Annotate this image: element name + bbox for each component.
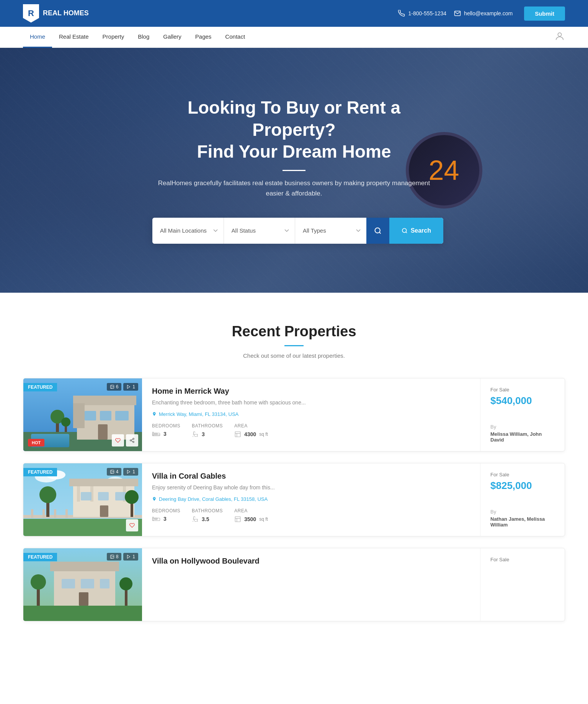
svg-line-24	[131, 441, 133, 442]
property-stats: Bedrooms 3 Bathrooms	[152, 423, 470, 438]
photos-count: 6	[107, 383, 122, 391]
nav-item-contact[interactable]: Contact	[218, 27, 252, 48]
svg-rect-12	[115, 411, 129, 420]
svg-point-80	[119, 577, 132, 590]
phone-number: 1-800-555-1234	[408, 10, 446, 16]
photos-count: 8	[107, 553, 122, 561]
agent-name: Nathan James, Melissa William	[490, 516, 555, 528]
svg-rect-11	[100, 411, 111, 420]
for-sale-label: For Sale	[490, 472, 555, 477]
bathrooms-stat: Bathrooms 3.5	[192, 508, 223, 523]
svg-rect-32	[235, 432, 240, 437]
svg-rect-66	[235, 517, 240, 522]
nav-item-gallery[interactable]: Gallery	[156, 27, 188, 48]
bath-icon	[192, 431, 199, 438]
property-name[interactable]: Villa in Coral Gables	[152, 472, 470, 481]
user-icon[interactable]	[554, 31, 565, 43]
property-description: Enjoy serenity of Deering Bay whole day …	[152, 484, 470, 492]
property-card: Featured 8 1 Villa on Hollywood Boulevar…	[23, 548, 565, 621]
email-address: hello@example.com	[464, 10, 513, 16]
section-header: Recent Properties Check out some of our …	[23, 323, 565, 359]
image-meta: 6 1	[107, 383, 138, 391]
price-info: For Sale $825,000	[490, 472, 555, 492]
price-info: For Sale $540,000	[490, 387, 555, 407]
svg-point-3	[402, 228, 407, 233]
svg-point-57	[125, 490, 139, 504]
videos-count: 1	[123, 468, 138, 476]
svg-point-59	[111, 471, 112, 472]
property-card: Featured 4 1	[23, 463, 565, 536]
location-icon	[152, 497, 157, 502]
svg-marker-20	[127, 385, 130, 389]
property-price-box: For Sale $825,000 By Nathan James, Melis…	[480, 463, 565, 536]
nav-item-pages[interactable]: Pages	[188, 27, 219, 48]
svg-point-19	[111, 386, 112, 387]
property-name[interactable]: Villa on Hollywood Boulevard	[152, 557, 470, 565]
area-stat: Area 4300 sq ft	[234, 423, 268, 438]
submit-button[interactable]: Submit	[524, 7, 565, 21]
property-image-wrap: Featured 4 1	[23, 463, 142, 536]
hero-subtitle: RealHomes gracefully facilitates real es…	[152, 178, 436, 199]
svg-point-0	[558, 33, 561, 36]
nav-item-home[interactable]: Home	[23, 27, 52, 48]
bedrooms-stat: Bedrooms 3	[152, 423, 180, 438]
phone-icon	[398, 10, 405, 17]
videos-count: 1	[123, 383, 138, 391]
property-address[interactable]: Merrick Way, Miami, FL 33134, USA	[152, 411, 470, 417]
location-select[interactable]: All Main Locations Miami, FL New York, N…	[152, 218, 224, 244]
svg-rect-47	[77, 486, 80, 502]
area-icon	[234, 431, 241, 438]
property-price: $825,000	[490, 480, 555, 492]
for-sale-label: For Sale	[490, 557, 555, 562]
svg-point-82	[111, 556, 112, 557]
property-image-wrap: Featured Hot 6 1	[23, 378, 142, 451]
svg-rect-28	[152, 432, 154, 436]
search-icon-button[interactable]	[366, 218, 389, 244]
section-divider	[284, 345, 304, 346]
property-stats: Bedrooms 3 Bathrooms	[152, 508, 470, 523]
property-address[interactable]: Deering Bay Drive, Coral Gables, FL 3315…	[152, 496, 470, 502]
property-name[interactable]: Home in Merrick Way	[152, 387, 470, 396]
area-icon	[234, 516, 241, 523]
image-meta: 8 1	[107, 553, 138, 561]
property-card: Featured Hot 6 1	[23, 378, 565, 451]
card-actions	[112, 434, 138, 447]
agent-info: By Nathan James, Melissa William	[490, 509, 555, 528]
favorite-button[interactable]	[126, 519, 138, 531]
recent-properties-section: Recent Properties Check out some of our …	[0, 293, 588, 644]
property-info: Villa on Hollywood Boulevard	[142, 548, 480, 621]
price-info: For Sale	[490, 557, 555, 565]
svg-marker-72	[50, 562, 119, 571]
phone-contact: 1-800-555-1234	[398, 10, 446, 17]
search-label: Search	[411, 227, 431, 234]
nav-item-property[interactable]: Property	[96, 27, 131, 48]
bedrooms-stat: Bedrooms 3	[152, 508, 180, 523]
email-icon	[454, 10, 461, 17]
nav-links: Home Real Estate Property Blog Gallery P…	[23, 27, 252, 48]
svg-rect-29	[155, 433, 157, 435]
bed-icon	[152, 431, 160, 437]
logo-text: REAL HOMES	[43, 9, 89, 18]
status-select[interactable]: All Status For Sale For Rent	[224, 218, 296, 244]
logo[interactable]: R REAL HOMES	[23, 4, 89, 23]
svg-point-23	[133, 441, 134, 443]
bathrooms-stat: Bathrooms 3	[192, 423, 223, 438]
share-button[interactable]	[126, 434, 138, 447]
card-actions	[126, 519, 138, 531]
svg-rect-51	[98, 492, 109, 500]
by-label: By	[490, 424, 555, 430]
bed-icon	[152, 516, 160, 522]
hot-badge: Hot	[28, 439, 44, 447]
svg-marker-83	[127, 555, 130, 559]
nav-item-real-estate[interactable]: Real Estate	[52, 27, 96, 48]
photos-count: 4	[107, 468, 122, 476]
nav-item-blog[interactable]: Blog	[131, 27, 156, 48]
section-subtitle: Check out some of our latest properties.	[23, 352, 565, 359]
types-select[interactable]: All Types House Apartment Villa Condo	[295, 218, 366, 244]
svg-point-17	[61, 417, 70, 427]
header: R REAL HOMES 1-800-555-1234 h	[0, 0, 588, 27]
favorite-button[interactable]	[112, 434, 124, 447]
by-label: By	[490, 509, 555, 515]
search-button[interactable]: Search	[389, 218, 443, 244]
property-image-wrap: Featured 8 1	[23, 548, 142, 621]
